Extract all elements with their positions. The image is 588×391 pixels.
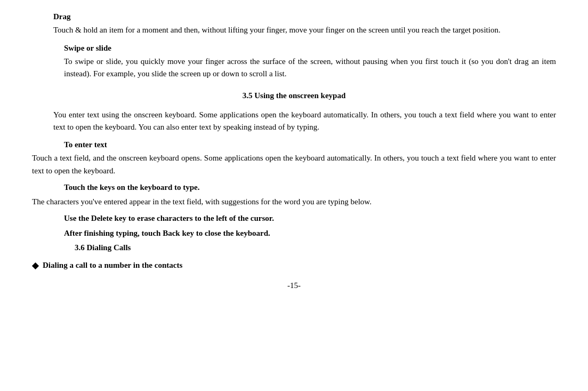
section-3-5-intro: You enter text using the onscreen keyboa… [53, 109, 556, 134]
swipe-text: To swipe or slide, you quickly move your… [64, 55, 556, 81]
section-3-6-heading: 3.6 Dialing Calls [75, 242, 556, 254]
section-3-5-heading: 3.5 Using the onscreen keypad [32, 90, 556, 102]
diamond-list-item: ◆ Dialing a call to a number in the cont… [32, 259, 556, 272]
touch-keys-heading: Touch the keys on the keyboard to type. [64, 181, 556, 194]
to-enter-text-body: Touch a text field, and the onscreen key… [32, 152, 556, 177]
to-enter-text-heading: To enter text [64, 139, 556, 151]
drag-text: Touch & hold an item for a moment and th… [53, 24, 556, 36]
diamond-icon: ◆ [32, 259, 38, 272]
touch-keys-body: The characters you've entered appear in … [32, 196, 556, 208]
delete-line: Use the Delete key to erase characters t… [64, 212, 556, 225]
swipe-heading: Swipe or slide [64, 42, 556, 54]
drag-heading: Drag [53, 11, 556, 23]
page-number: -15- [32, 280, 556, 292]
back-key-line: After finishing typing, touch Back key t… [64, 227, 556, 240]
diamond-item-label: Dialing a call to a number in the contac… [43, 259, 182, 272]
